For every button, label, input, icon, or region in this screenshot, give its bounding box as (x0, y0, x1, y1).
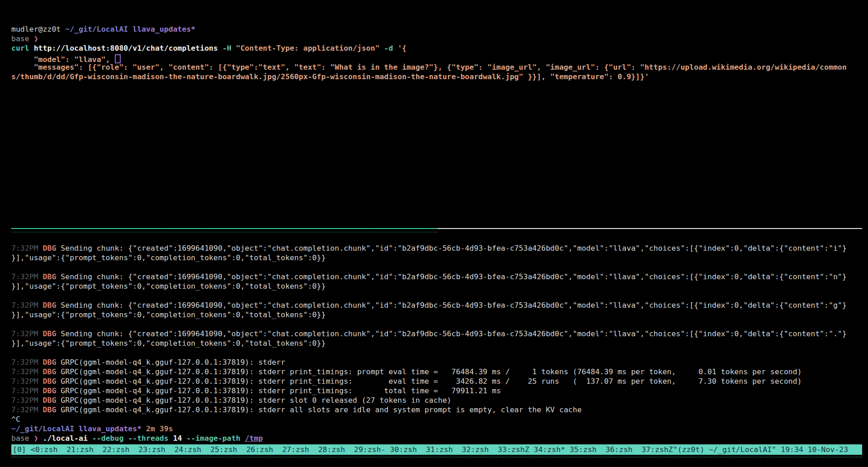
text-segment: 7:32PM (11, 405, 38, 414)
text-segment (38, 244, 43, 253)
tmux-window[interactable]: 30:zsh (390, 445, 426, 454)
text-segment: DBG (43, 301, 57, 310)
text-segment (123, 434, 128, 443)
text-segment: --threads (128, 434, 168, 443)
text-segment: 7:32PM (11, 386, 38, 395)
text-segment: http://localhost:8080/v1/chat/completion… (34, 44, 218, 52)
log-line: 7:32PM DBG Sending chunk: {"created":169… (11, 300, 868, 310)
text-segment: }],"usage":{"prompt_tokens":0,"completio… (11, 339, 326, 348)
tmux-window[interactable]: 29:zsh- (354, 445, 390, 454)
log-line: 7:32PM DBG GRPC(ggml-model-q4_k.gguf-127… (11, 357, 868, 367)
text-segment (218, 44, 222, 52)
text-segment (38, 358, 43, 367)
text-segment: 14 (173, 434, 182, 443)
text-segment (241, 434, 245, 443)
text-segment (231, 44, 236, 52)
text-segment: DBG (43, 367, 57, 376)
tmux-window[interactable]: 23:zsh (138, 445, 174, 454)
tmux-window[interactable]: <0:zsh (31, 445, 66, 454)
text-segment (38, 367, 43, 376)
text-segment: DBG (43, 386, 57, 395)
text-segment: "Content-Type: application/json" (236, 44, 380, 52)
text-segment: 7:32PM (11, 272, 38, 281)
text-segment (128, 25, 132, 33)
tmux-window[interactable]: 27:zsh (282, 445, 318, 454)
text-segment: Sending chunk: {"created":1699641090,"ob… (56, 272, 846, 281)
tmux-window[interactable]: 32:zsh (462, 445, 498, 454)
command-line: "messages": [{"role": "user", "content":… (11, 62, 868, 72)
text-segment: --image-path (186, 434, 240, 443)
text-segment: 7:32PM (11, 358, 38, 367)
tmux-window[interactable]: 25:zsh (210, 445, 246, 454)
tmux-window[interactable]: 37:zshZ (642, 445, 673, 454)
text-segment (38, 405, 43, 414)
text-segment: 7:32PM (11, 244, 38, 253)
blank-line (11, 348, 868, 357)
text-segment: ^C (11, 415, 20, 424)
pane-divider-ticks (11, 232, 438, 233)
text-segment: GRPC(ggml-model-q4_k.gguf-127.0.0.1:3781… (56, 377, 802, 386)
text-segment: ~/_git/LocalAI (65, 25, 128, 33)
tmux-status-bar: [0] <0:zsh 21:zsh 22:zsh 23:zsh 24:zsh 2… (11, 444, 862, 455)
tmux-window[interactable]: 33:zshZ (498, 445, 533, 454)
terminal-bottom-pane[interactable]: 7:32PM DBG Sending chunk: {"created":169… (11, 243, 868, 443)
text-segment (393, 44, 397, 52)
status-bar-underline (11, 457, 862, 457)
text-segment (88, 434, 92, 443)
interrupt-line: ^C (11, 415, 868, 424)
log-line: 7:32PM DBG GRPC(ggml-model-q4_k.gguf-127… (11, 405, 868, 415)
tmux-window[interactable]: 31:zsh (426, 445, 462, 454)
text-segment: GRPC(ggml-model-q4_k.gguf-127.0.0.1:3781… (56, 358, 285, 367)
text-segment: GRPC(ggml-model-q4_k.gguf-127.0.0.1:3781… (56, 367, 802, 376)
text-segment: base (11, 434, 34, 443)
text-segment (380, 44, 384, 52)
tmux-pane-divider[interactable] (11, 228, 862, 229)
text-segment: GRPC(ggml-model-q4_k.gguf-127.0.0.1:3781… (56, 405, 581, 414)
tmux-window[interactable]: 26:zsh (246, 445, 282, 454)
text-segment: 7:32PM (11, 301, 38, 310)
text-segment: --debug (92, 434, 124, 443)
text-segment (38, 434, 43, 443)
text-segment: 2m 39s (146, 424, 173, 433)
text-segment: DBG (43, 272, 57, 281)
log-line: 7:32PM DBG GRPC(ggml-model-q4_k.gguf-127… (11, 396, 868, 405)
blank-line (11, 262, 868, 272)
tmux-window[interactable]: 35:zsh (570, 445, 605, 454)
tmux-window[interactable]: 24:zsh (175, 445, 210, 454)
tmux-window[interactable]: 36:zsh (606, 445, 642, 454)
text-segment: DBG (43, 329, 57, 338)
terminal-top-pane[interactable]: mudler@zz0t ~/_git/LocalAI llava_updates… (11, 24, 868, 81)
log-line: 7:32PM DBG GRPC(ggml-model-q4_k.gguf-127… (11, 367, 868, 376)
text-segment: 7:32PM (11, 367, 38, 376)
tmux-window[interactable]: 34:zsh* (534, 445, 570, 454)
text-segment: ./local-ai (43, 434, 88, 443)
tmux-window[interactable]: 22:zsh (103, 445, 138, 454)
log-line: }],"usage":{"prompt_tokens":0,"completio… (11, 253, 868, 262)
text-segment: DBG (43, 244, 57, 253)
text-segment: DBG (43, 358, 57, 367)
tmux-window[interactable]: 21:zsh (66, 445, 102, 454)
log-line: 7:32PM DBG GRPC(ggml-model-q4_k.gguf-127… (11, 386, 868, 396)
text-segment: s/thumb/d/dd/Gfp-wisconsin-madison-the-n… (11, 72, 649, 81)
text-segment: -d (384, 44, 393, 52)
tmux-session-index: [0] (13, 445, 31, 454)
tmux-window[interactable]: 28:zsh (318, 445, 354, 454)
text-segment (38, 301, 43, 310)
text-segment: base (11, 34, 34, 43)
text-segment: ~/_git/LocalAI (11, 424, 74, 433)
text-segment: GRPC(ggml-model-q4_k.gguf-127.0.0.1:3781… (56, 386, 500, 395)
text-segment (38, 377, 43, 386)
text-segment: 7:32PM (11, 396, 38, 405)
terminal-window: mudler@zz0t ~/_git/LocalAI llava_updates… (0, 0, 868, 467)
text-segment: DBG (43, 377, 57, 386)
text-segment: curl (11, 44, 29, 52)
text-segment (142, 424, 146, 433)
text-segment: /tmp (245, 434, 263, 443)
text-segment: Sending chunk: {"created":1699641090,"ob… (56, 301, 846, 310)
prompt-line: ~/_git/LocalAI llava_updates* 2m 39s (11, 424, 868, 434)
text-segment: ❯ (34, 34, 38, 43)
text-segment: }],"usage":{"prompt_tokens":0,"completio… (11, 310, 326, 319)
text-segment: mudler@zz0t (11, 25, 65, 33)
text-segment: -H (222, 44, 231, 52)
text-segment: ❯ (34, 434, 38, 443)
